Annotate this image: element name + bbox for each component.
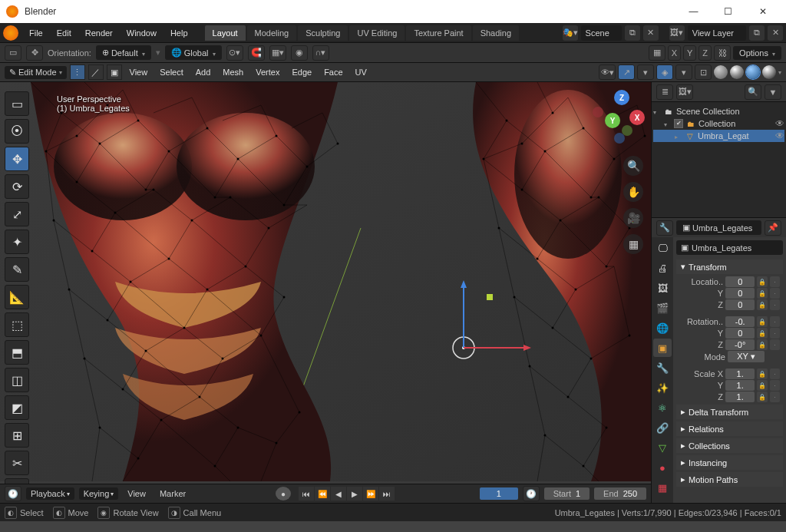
current-frame-field[interactable]: 1 [480, 487, 518, 500]
snapping-toggle[interactable]: 🧲 [248, 45, 265, 61]
browse-scene-button[interactable]: 🎭▾ [563, 25, 578, 41]
select-menu[interactable]: Select [155, 66, 188, 78]
extrude-tool[interactable]: ⬒ [5, 340, 29, 365]
cursor-tool[interactable]: ⦿ [5, 119, 29, 144]
instancing-panel[interactable]: ▸Instancing [676, 455, 783, 470]
keying-dropdown[interactable]: Keying▾ [79, 487, 119, 500]
knife-tool[interactable]: ✂ [5, 451, 29, 475]
mode-dropdown[interactable]: ✎Edit Mode▾ [5, 66, 67, 79]
material-tab[interactable]: ● [653, 458, 672, 477]
autokey-toggle[interactable]: ● [276, 487, 291, 501]
location-z[interactable]: 0 [725, 299, 755, 310]
pivot-dropdown[interactable]: 🌐Global [165, 45, 222, 60]
automerge-icon[interactable]: ⛓ [714, 45, 731, 61]
particles-tab[interactable]: ✨ [653, 378, 672, 397]
viewlayer-tab[interactable]: 🖼 [653, 279, 672, 297]
world-tab[interactable]: 🌐 [653, 319, 672, 337]
face-menu[interactable]: Face [319, 66, 347, 78]
move-tool[interactable]: ✥ [5, 147, 29, 171]
overlays-toggle[interactable]: ◈ [656, 64, 673, 80]
next-key-button[interactable]: ⏩ [363, 487, 378, 501]
lock-icon[interactable]: 🔒 [757, 276, 767, 287]
nav-neg-z[interactable] [614, 133, 625, 144]
close-button[interactable]: ✕ [745, 0, 780, 23]
tab-shading[interactable]: Shading [473, 25, 519, 41]
collection-visibility-icon[interactable]: 👁 [775, 118, 784, 129]
pin-icon[interactable]: 📌 [765, 220, 781, 236]
location-y[interactable]: 0 [725, 288, 755, 299]
new-scene-button[interactable]: ⧉ [625, 25, 640, 41]
persp-ortho-icon[interactable]: ▦ [623, 234, 643, 254]
start-frame-field[interactable]: Start1 [544, 487, 590, 500]
rotate-tool[interactable]: ⟳ [5, 174, 29, 199]
blender-icon[interactable] [3, 25, 18, 41]
tab-texturepaint[interactable]: Texture Paint [406, 25, 471, 41]
snap-to-button[interactable]: ▦▾ [269, 45, 286, 61]
file-menu[interactable]: File [23, 26, 49, 40]
annotate-tool[interactable]: ✎ [5, 257, 29, 282]
camera-icon[interactable]: 🎥 [623, 208, 643, 228]
wireframe-shading[interactable] [714, 65, 728, 79]
constraints-tab[interactable]: 🔗 [653, 418, 672, 437]
tab-uvediting[interactable]: UV Editing [349, 25, 405, 41]
scale-x[interactable]: 1. [725, 368, 755, 379]
outliner-display-mode[interactable]: 🖼▾ [676, 84, 693, 100]
outliner-filter-icon[interactable]: ▼ [765, 84, 781, 100]
mesh-options-icon[interactable]: ▦ [649, 45, 665, 61]
texture-tab[interactable]: ▦ [653, 478, 672, 497]
orientation-dropdown[interactable]: ⊕Default [96, 45, 151, 60]
solid-shading[interactable] [730, 65, 744, 79]
object-visibility-icon[interactable]: 👁 [775, 131, 784, 141]
viewlayer-field[interactable]: View Layer [688, 25, 746, 41]
scale-z[interactable]: 1. [725, 392, 755, 402]
matprev-shading[interactable] [746, 65, 760, 79]
output-tab[interactable]: 🖨 [653, 259, 672, 277]
jump-start-button[interactable]: ⏮ [299, 487, 314, 501]
add-cube-tool[interactable]: ⬚ [5, 312, 29, 337]
edge-menu[interactable]: Edge [287, 66, 316, 78]
new-viewlayer-button[interactable]: ⧉ [749, 25, 765, 41]
face-select-mode[interactable]: ▣ [107, 64, 122, 80]
transform-tool[interactable]: ✦ [5, 230, 29, 254]
proportional-toggle[interactable]: ◉ [291, 45, 308, 61]
modifier-tab[interactable]: 🔧 [653, 359, 672, 377]
delete-scene-button[interactable]: ✕ [643, 25, 659, 41]
proportional-falloff-button[interactable]: ∩▾ [312, 45, 329, 61]
object-tab[interactable]: ▣ [653, 339, 672, 357]
browse-viewlayer-button[interactable]: 🖼▾ [669, 25, 685, 41]
render-tab[interactable]: 🖵 [653, 239, 672, 257]
pan-icon[interactable]: ✋ [623, 182, 643, 202]
scene-field[interactable]: Scene [581, 25, 622, 41]
rotation-z[interactable]: -0° [725, 339, 755, 350]
mirror-x[interactable]: X [668, 45, 681, 61]
rotation-mode[interactable]: XY ▾ [728, 351, 765, 362]
rotation-y[interactable]: 0 [725, 328, 755, 339]
visibility-button[interactable]: 👁▾ [599, 64, 616, 80]
physics-tab[interactable]: ⚛ [653, 398, 672, 417]
play-button[interactable]: ▶ [347, 487, 362, 501]
edit-menu[interactable]: Edit [51, 26, 78, 40]
outliner[interactable]: 🖿Scene Collection ✔🖿Collection👁 ▽Umbra_L… [652, 102, 786, 217]
scale-tool[interactable]: ⤢ [5, 202, 29, 226]
timeline-view-menu[interactable]: View [123, 487, 150, 500]
nav-neg-x[interactable] [593, 107, 603, 117]
cursor-tool-icon[interactable]: ✥ [26, 45, 43, 61]
window-menu[interactable]: Window [121, 26, 163, 40]
timeline-editor-icon[interactable]: 🕐 [5, 486, 21, 501]
play-reverse-button[interactable]: ◀ [331, 487, 346, 501]
outliner-editor-icon[interactable]: ≣ [656, 84, 673, 100]
properties-editor-icon[interactable]: 🔧 [656, 220, 673, 236]
mesh-name-field[interactable]: ▣Umbra_Legates [676, 240, 783, 255]
nav-x-axis[interactable]: X [629, 110, 645, 125]
mirror-y[interactable]: Y [683, 45, 696, 61]
minimize-button[interactable]: — [676, 0, 711, 23]
scene-collection[interactable]: Scene Collection [676, 107, 740, 116]
polybuild-tool[interactable]: ▲ [5, 478, 29, 484]
pivot-point-button[interactable]: ⊙▾ [226, 45, 243, 61]
loopcut-tool[interactable]: ⊞ [5, 423, 29, 448]
mesh-menu[interactable]: Mesh [218, 66, 248, 78]
collection-item[interactable]: Collection [698, 119, 735, 128]
object-name-field[interactable]: ▣Umbra_Legates [676, 220, 761, 235]
end-frame-field[interactable]: End250 [594, 487, 646, 500]
delete-viewlayer-button[interactable]: ✕ [768, 25, 783, 41]
